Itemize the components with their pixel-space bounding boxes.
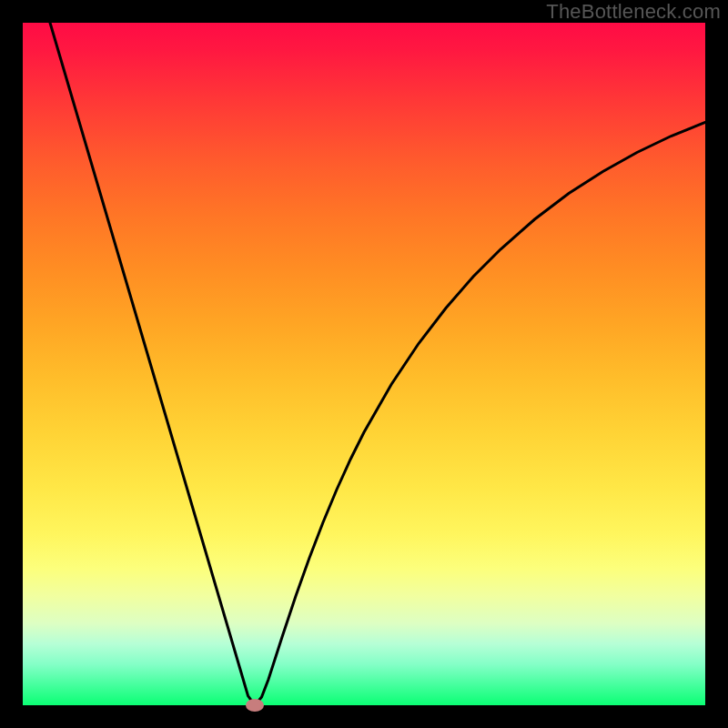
curve-svg — [23, 23, 705, 705]
minimum-marker — [246, 699, 264, 712]
plot-area — [23, 23, 705, 705]
bottleneck-curve — [50, 23, 705, 705]
chart-frame: TheBottleneck.com — [0, 0, 728, 728]
watermark-text: TheBottleneck.com — [546, 0, 721, 24]
